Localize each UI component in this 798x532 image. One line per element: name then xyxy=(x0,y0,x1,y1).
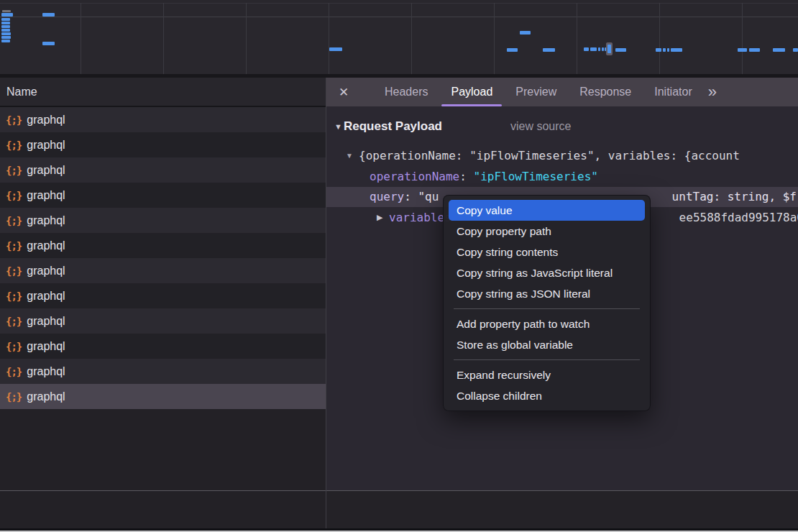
overview-gridline-vertical xyxy=(163,3,164,74)
request-timing-bar xyxy=(738,48,747,52)
json-request-icon: {;} xyxy=(0,391,27,403)
collapse-triangle-icon[interactable]: ▼ xyxy=(334,122,342,131)
request-row[interactable]: {;}graphql xyxy=(0,183,326,208)
property-value: "ipFlowTimeseries" xyxy=(474,170,598,183)
json-property-operationname[interactable]: operationName: "ipFlowTimeseries" xyxy=(326,166,798,187)
tab-initiator[interactable]: Initiator xyxy=(643,78,703,106)
menu-item-add-property-path-to-watch[interactable]: Add property path to watch xyxy=(444,313,650,334)
request-timing-bar xyxy=(1,18,10,21)
network-overview-timeline[interactable] xyxy=(0,0,798,74)
request-timing-bar xyxy=(1,22,10,24)
request-timing-bar xyxy=(773,48,785,52)
request-row[interactable]: {;}graphql xyxy=(0,359,326,384)
tab-payload[interactable]: Payload xyxy=(439,78,504,106)
context-menu: Copy valueCopy property pathCopy string … xyxy=(443,195,651,411)
menu-item-copy-string-contents[interactable]: Copy string contents xyxy=(444,242,650,262)
json-request-icon: {;} xyxy=(0,290,27,302)
menu-item-copy-string-as-javascript-literal[interactable]: Copy string as JavaScript literal xyxy=(444,262,650,283)
request-timing-bar-gray xyxy=(2,10,11,12)
menu-item-copy-string-as-json-literal[interactable]: Copy string as JSON literal xyxy=(444,283,650,304)
menu-item-copy-value[interactable]: Copy value xyxy=(449,200,645,221)
request-timing-bar xyxy=(1,40,10,42)
json-request-icon: {;} xyxy=(0,114,27,126)
view-source-link[interactable]: view source xyxy=(510,120,571,133)
request-timing-bar xyxy=(793,48,798,52)
overview-gridline-vertical xyxy=(659,3,660,74)
request-timing-bar xyxy=(1,13,13,17)
request-timing-bar xyxy=(656,48,661,52)
devtools-network-panel: Name {;}graphql{;}graphql{;}graphql{;}gr… xyxy=(0,0,798,532)
collapse-triangle-icon[interactable]: ▼ xyxy=(346,145,353,166)
name-column-header[interactable]: Name xyxy=(0,78,326,107)
menu-item-expand-recursively[interactable]: Expand recursively xyxy=(444,364,650,385)
request-timing-bar xyxy=(1,32,11,35)
request-name: graphql xyxy=(27,114,65,127)
tab-headers[interactable]: Headers xyxy=(373,78,439,106)
request-timing-bar xyxy=(1,25,10,28)
request-row[interactable]: {;}graphql xyxy=(0,283,326,308)
request-name: graphql xyxy=(27,189,65,202)
request-timing-bar xyxy=(671,48,682,52)
request-row[interactable]: {;}graphql xyxy=(0,157,326,183)
request-timing-bar xyxy=(1,29,10,32)
menu-item-collapse-children[interactable]: Collapse children xyxy=(444,385,650,406)
menu-item-copy-property-path[interactable]: Copy property path xyxy=(444,221,650,242)
request-name: graphql xyxy=(27,239,65,252)
overview-gridline-vertical xyxy=(246,3,247,74)
tab-preview[interactable]: Preview xyxy=(504,78,568,106)
json-request-icon: {;} xyxy=(0,265,27,277)
request-row[interactable]: {;}graphql xyxy=(0,308,326,334)
request-row[interactable]: {;}graphql xyxy=(0,132,326,157)
close-icon[interactable]: ✕ xyxy=(339,85,354,100)
request-row[interactable]: {;}graphql xyxy=(0,233,326,258)
more-tabs-icon[interactable]: » xyxy=(704,83,715,101)
json-request-icon: {;} xyxy=(0,341,27,352)
footer-divider xyxy=(0,490,798,491)
overview-gridline-vertical xyxy=(81,3,81,74)
request-row[interactable]: {;}graphql xyxy=(0,258,326,283)
panel-divider[interactable] xyxy=(326,78,326,530)
request-timing-bar xyxy=(329,47,342,51)
request-timing-bar xyxy=(590,47,597,51)
menu-item-store-as-global-variable[interactable]: Store as global variable xyxy=(444,334,650,355)
request-timing-bar xyxy=(615,48,626,52)
request-timing-bar xyxy=(667,48,669,52)
colon: : xyxy=(404,190,418,203)
expand-triangle-icon[interactable]: ▶ xyxy=(377,207,382,228)
menu-separator xyxy=(454,308,640,309)
request-row[interactable]: {;}graphql xyxy=(0,334,326,359)
json-request-icon: {;} xyxy=(0,165,27,176)
request-name: graphql xyxy=(27,315,65,328)
request-timing-bar xyxy=(598,47,600,51)
request-name: graphql xyxy=(27,164,65,177)
request-name: graphql xyxy=(27,365,65,378)
request-list-panel: Name {;}graphql{;}graphql{;}graphql{;}gr… xyxy=(0,78,326,532)
section-title: Request Payload xyxy=(344,119,442,134)
request-row[interactable]: {;}graphql xyxy=(0,384,326,409)
overview-gridline-vertical xyxy=(329,3,329,74)
request-payload-section: ▼ Request Payload view source xyxy=(326,118,798,138)
request-row[interactable]: {;}graphql xyxy=(0,208,326,233)
overview-gridline-horizontal xyxy=(0,17,798,17)
property-value-end: untTag: string, $f xyxy=(672,187,797,207)
tab-response[interactable]: Response xyxy=(568,78,643,106)
request-name: graphql xyxy=(27,139,65,152)
json-request-icon: {;} xyxy=(0,190,27,201)
property-key: variables xyxy=(389,207,451,228)
request-timing-bar xyxy=(42,13,55,17)
selected-request-marker-bar xyxy=(607,45,611,53)
request-timing-bar xyxy=(42,42,55,45)
selected-request-marker xyxy=(606,42,613,55)
json-root-preview: {operationName: "ipFlowTimeseries", vari… xyxy=(359,145,740,166)
request-row[interactable]: {;}graphql xyxy=(0,107,326,132)
request-timing-bar xyxy=(602,47,604,51)
request-timing-bar xyxy=(1,36,11,39)
json-request-icon: {;} xyxy=(0,139,27,151)
colon: : xyxy=(459,170,473,183)
json-root-line[interactable]: ▼ {operationName: "ipFlowTimeseries", va… xyxy=(326,145,798,166)
json-request-icon: {;} xyxy=(0,240,27,252)
request-timing-bar xyxy=(520,31,531,35)
request-name: graphql xyxy=(27,214,65,227)
tabs: HeadersPayloadPreviewResponseInitiator xyxy=(373,78,704,106)
request-name: graphql xyxy=(27,265,65,278)
